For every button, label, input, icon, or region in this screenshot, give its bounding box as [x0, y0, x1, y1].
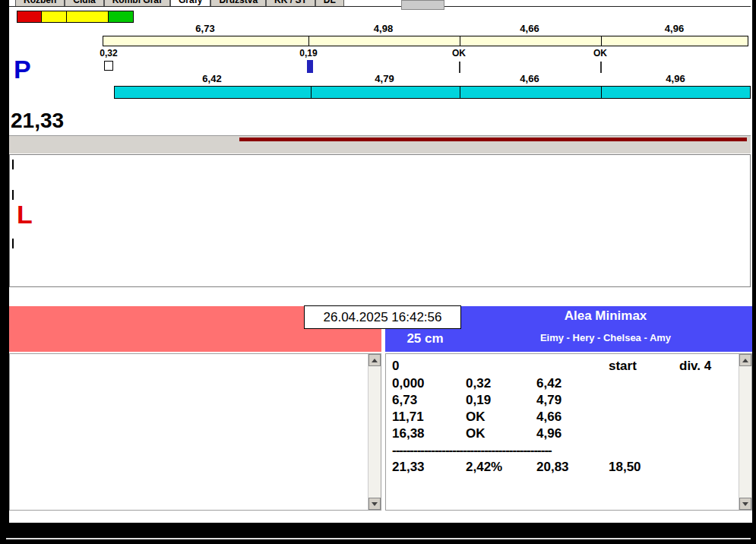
exchange-value-4: OK — [579, 48, 622, 59]
exchange-time: OK — [466, 410, 486, 425]
status-light-green — [109, 11, 134, 23]
toolbar-button-stub[interactable] — [401, 0, 444, 10]
exchange-value-1: 0,32 — [87, 48, 130, 59]
lower-split-value-1: 6,42 — [114, 73, 310, 84]
left-panel-scrollbar[interactable] — [368, 354, 381, 510]
cumulative-time: 0,000 — [392, 376, 425, 391]
status-light-yellow-1 — [42, 11, 67, 23]
cumulative-time: 16,38 — [392, 426, 425, 441]
totals-row: 21,33 2,42% 20,83 18,50 — [392, 460, 736, 475]
status-light-red — [17, 11, 42, 23]
lower-split-value-2: 4,79 — [310, 73, 459, 84]
run-number: 0 — [392, 359, 399, 374]
tab-grafy[interactable]: Grafy — [170, 0, 210, 6]
result-row: 0,000 0,32 6,42 — [392, 376, 736, 391]
bottom-divider-line — [6, 538, 751, 539]
tab-strip: Rozběh Čidla Kombi Graf Grafy Družstva K… — [15, 0, 344, 6]
lane-label-p: P — [14, 56, 31, 82]
category-label: 25 cm — [389, 331, 461, 346]
tab-bar: Rozběh Čidla Kombi Graf Grafy Družstva K… — [9, 0, 751, 6]
results-header-row: 0 start div. 4 — [392, 359, 736, 374]
lane-tick-3 — [12, 239, 14, 248]
tab-divider — [9, 6, 751, 7]
exchange-value-2: 0,19 — [287, 48, 330, 59]
segment-divider — [601, 36, 602, 46]
exchange-value-3: OK — [438, 48, 480, 59]
results-separator: ----------------------------------------… — [392, 443, 736, 458]
division-label: div. 4 — [679, 359, 711, 374]
exchange-tick-1 — [459, 62, 460, 73]
split-time: 4,66 — [536, 410, 561, 425]
lane-tick-2 — [12, 190, 14, 200]
lane-tick-1 — [12, 160, 14, 169]
cumulative-time: 6,73 — [392, 393, 417, 408]
timestamp: 26.04.2025 16:42:56 — [304, 305, 461, 329]
lower-split-value-4: 4,96 — [600, 73, 751, 84]
split-time: 4,79 — [536, 393, 561, 408]
tab-kombi-graf[interactable]: Kombi Graf — [104, 0, 170, 6]
cumulative-time: 11,71 — [392, 410, 424, 425]
left-results-panel — [9, 353, 381, 511]
total-percent: 2,42% — [466, 460, 502, 475]
tab-druzstva[interactable]: Družstva — [210, 0, 266, 6]
upper-split-value-3: 4,66 — [459, 23, 600, 34]
left-lane-panel — [9, 154, 751, 287]
upper-split-value-1: 6,73 — [103, 23, 308, 34]
exchange-tick-2 — [600, 62, 602, 73]
exchange-time: 0,19 — [466, 393, 491, 408]
scroll-down-button[interactable] — [369, 498, 381, 510]
arrow-down-icon — [742, 502, 748, 506]
scroll-up-button[interactable] — [739, 354, 751, 366]
upper-split-value-2: 4,98 — [308, 23, 459, 34]
separator-dashes: ----------------------------------------… — [392, 443, 552, 458]
tab-dl[interactable]: DL — [315, 0, 344, 6]
lower-split-bar — [114, 86, 751, 99]
arrow-up-icon — [372, 359, 378, 362]
right-panel-scrollbar[interactable] — [739, 354, 751, 510]
segment-divider — [460, 87, 460, 98]
total-time: 21,33 — [11, 109, 64, 132]
right-results-panel: 0 start div. 4 0,000 0,32 6,42 6,73 0,19… — [385, 353, 752, 511]
lane-label-l: L — [17, 201, 33, 228]
total-clean-time: 20,83 — [536, 460, 569, 475]
arrow-up-icon — [742, 359, 748, 362]
exchange-time: 0,32 — [466, 376, 491, 391]
app-window: Rozběh Čidla Kombi Graf Grafy Družstva K… — [0, 0, 756, 544]
split-time: 4,96 — [536, 426, 561, 441]
team-members: Eimy - Hery - Chelsea - Amy — [469, 332, 742, 343]
scroll-up-button[interactable] — [369, 354, 381, 366]
tab-rozbeh[interactable]: Rozběh — [15, 0, 65, 6]
tab-cidla[interactable]: Čidla — [65, 0, 103, 6]
start-label: start — [609, 359, 637, 374]
upper-split-bar — [103, 36, 748, 46]
total-time-value: 21,33 — [392, 460, 425, 475]
segment-divider — [311, 87, 312, 98]
crossing-marker — [307, 60, 313, 73]
lower-split-value-3: 4,66 — [459, 73, 600, 84]
scroll-down-button[interactable] — [739, 498, 751, 510]
result-row: 16,38 OK 4,96 — [392, 426, 736, 441]
split-time: 6,42 — [536, 376, 561, 391]
segment-divider — [460, 36, 460, 46]
event-title: Alea Minimax — [469, 308, 742, 324]
result-row: 6,73 0,19 4,79 — [392, 393, 736, 408]
results-table: 0 start div. 4 0,000 0,32 6,42 6,73 0,19… — [392, 354, 736, 510]
start-box-marker — [104, 61, 113, 71]
segment-divider — [308, 36, 309, 46]
status-lights — [17, 11, 134, 23]
status-light-yellow-2 — [67, 11, 109, 23]
tab-kk-st[interactable]: KK / ST — [266, 0, 315, 6]
arrow-down-icon — [372, 502, 378, 506]
upper-split-value-4: 4,96 — [600, 23, 748, 34]
result-row: 11,71 OK 4,66 — [392, 410, 736, 425]
exchange-time: OK — [466, 426, 486, 441]
segment-divider — [601, 87, 602, 98]
record-line — [239, 138, 747, 141]
total-reference: 18,50 — [609, 460, 641, 475]
